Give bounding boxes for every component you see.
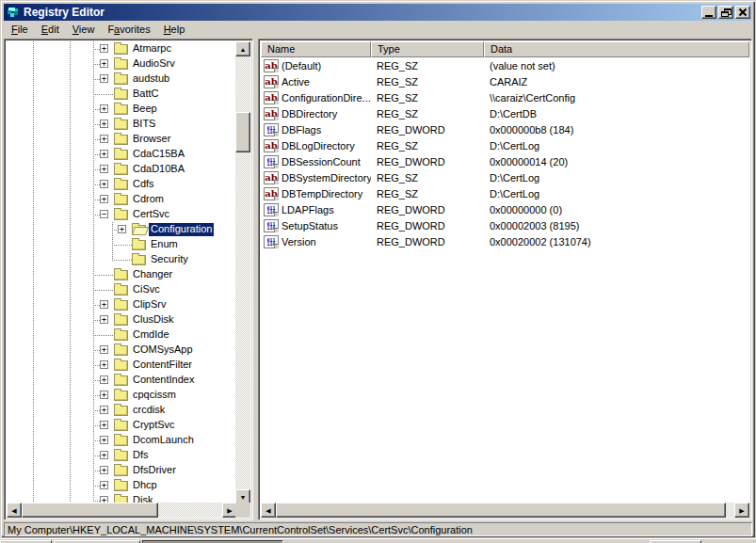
expand-box-icon[interactable]: + xyxy=(100,104,108,113)
expand-box-icon[interactable]: + xyxy=(118,225,126,233)
tree-hscroll-track[interactable] xyxy=(22,503,222,518)
tree-item-dfs[interactable]: +Dfs xyxy=(7,448,237,463)
menu-item-help[interactable]: Help xyxy=(157,22,192,38)
folder-icon xyxy=(114,104,128,115)
menu-item-edit[interactable]: Edit xyxy=(35,22,66,38)
values-hscroll-thumb[interactable] xyxy=(276,503,726,518)
expand-box-icon[interactable]: + xyxy=(100,345,108,354)
registry-value-row-dbtempdirectory[interactable]: abDBTempDirectoryREG_SZD:\CertLog xyxy=(261,185,749,201)
tree-item-contentindex[interactable]: +ContentIndex xyxy=(7,373,237,388)
tree-item-crcdisk[interactable]: +crcdisk xyxy=(7,403,237,418)
expand-box-icon[interactable]: + xyxy=(100,165,108,173)
expand-box-icon[interactable]: + xyxy=(100,451,108,459)
value-data-cell: CARAIZ xyxy=(484,76,749,88)
tree-item-configuration[interactable]: +Configuration xyxy=(7,222,237,237)
registry-value-row-dblogdirectory[interactable]: abDBLogDirectoryREG_SZD:\CertLog xyxy=(261,137,749,153)
tree-vscroll-thumb[interactable] xyxy=(235,112,250,152)
tree-item-beep[interactable]: +Beep xyxy=(7,102,237,117)
expand-box-icon[interactable]: + xyxy=(100,421,108,429)
tree-item-cmdide[interactable]: CmdIde xyxy=(7,327,237,343)
tree-vertical-scrollbar[interactable]: ▲ ▼ xyxy=(235,41,250,504)
expand-box-icon[interactable]: + xyxy=(100,59,108,68)
expand-box-icon[interactable]: + xyxy=(100,150,108,158)
registry-values-pane: NameTypeData ab(Default)REG_SZ(value not… xyxy=(258,39,752,520)
value-data-cell: 0x00000014 (20) xyxy=(484,156,749,168)
minimize-button[interactable] xyxy=(701,6,716,19)
expand-box-icon[interactable]: + xyxy=(100,406,108,414)
registry-value-row-dbflags[interactable]: 011110DBFlagsREG_DWORD0x000000b8 (184) xyxy=(261,121,749,137)
tree-item-clusdisk[interactable]: +ClusDisk xyxy=(7,312,237,327)
folder-icon xyxy=(114,481,128,491)
expand-box-icon[interactable]: + xyxy=(100,74,108,83)
tree-connector-line xyxy=(93,275,114,276)
expand-box-icon[interactable]: + xyxy=(100,135,108,143)
tree-item-battc[interactable]: BattC xyxy=(7,87,237,102)
restore-button[interactable] xyxy=(718,6,733,19)
tree-item-contentfilter[interactable]: +ContentFilter xyxy=(7,358,237,373)
tree-item-bits[interactable]: +BITS xyxy=(7,117,237,132)
expand-box-icon[interactable]: + xyxy=(100,44,108,53)
tree-item-cryptsvc[interactable]: +CryptSvc xyxy=(7,418,237,433)
folder-icon xyxy=(114,375,128,386)
tree-item-audstub[interactable]: +audstub xyxy=(7,72,237,87)
tree-item-dhcp[interactable]: +Dhcp xyxy=(7,478,237,493)
tree-item-cdrom[interactable]: +Cdrom xyxy=(7,192,237,207)
expand-box-icon[interactable]: + xyxy=(100,436,108,444)
tree-item-dcomlaunch[interactable]: +DcomLaunch xyxy=(7,433,237,448)
menu-item-favorites[interactable]: Favorites xyxy=(101,22,156,38)
tree-item-changer[interactable]: Changer xyxy=(7,267,237,282)
tree-item-security[interactable]: Security xyxy=(7,252,237,267)
tree-item-cdfs[interactable]: +Cdfs xyxy=(7,177,237,192)
menu-item-file[interactable]: File xyxy=(5,22,35,38)
tree-horizontal-scrollbar[interactable]: ◀ ▶ xyxy=(7,503,237,518)
value-type-cell: REG_DWORD xyxy=(371,220,484,232)
scroll-up-icon[interactable]: ▲ xyxy=(235,41,250,56)
menu-item-view[interactable]: View xyxy=(66,22,102,38)
tree-hscroll-thumb[interactable] xyxy=(22,503,158,518)
scroll-right-icon[interactable]: ▶ xyxy=(734,503,749,518)
registry-value-row-version[interactable]: 011110VersionREG_DWORD0x00020002 (131074… xyxy=(261,233,749,249)
expand-box-icon[interactable]: + xyxy=(100,315,108,324)
tree-item-enum[interactable]: Enum xyxy=(7,237,237,252)
tree-item-audiosrv[interactable]: +AudioSrv xyxy=(7,56,237,72)
collapse-box-icon[interactable]: − xyxy=(100,210,108,218)
tree-item-browser[interactable]: +Browser xyxy=(7,132,237,147)
registry-value-row-active[interactable]: abActiveREG_SZCARAIZ xyxy=(261,73,749,89)
tree-item-cisvc[interactable]: CiSvc xyxy=(7,282,237,297)
tree-item-dfsdriver[interactable]: +DfsDriver xyxy=(7,463,237,478)
tree-item-atmarpc[interactable]: +Atmarpc xyxy=(7,41,237,56)
expand-box-icon[interactable]: + xyxy=(100,375,108,384)
tree-item-comsysapp[interactable]: +COMSysApp xyxy=(7,343,237,358)
registry-value-row-dbsessioncount[interactable]: 011110DBSessionCountREG_DWORD0x00000014 … xyxy=(261,153,749,169)
tree-item-certsvc[interactable]: −CertSvc xyxy=(7,207,237,222)
titlebar[interactable]: Registry Editor xyxy=(4,4,752,21)
values-horizontal-scrollbar[interactable]: ◀ ▶ xyxy=(261,503,749,518)
expand-box-icon[interactable]: + xyxy=(100,180,108,188)
column-header-data[interactable]: Data xyxy=(484,41,749,57)
expand-box-icon[interactable]: + xyxy=(100,391,108,399)
registry-value-row-dbdirectory[interactable]: abDBDirectoryREG_SZD:\CertDB xyxy=(261,105,749,121)
expand-box-icon[interactable]: + xyxy=(100,360,108,369)
tree-item-cdac15ba[interactable]: +CdaC15BA xyxy=(7,147,237,162)
column-header-type[interactable]: Type xyxy=(371,41,484,57)
tree-vscroll-track[interactable] xyxy=(235,56,250,489)
registry-value-row-setupstatus[interactable]: 011110SetupStatusREG_DWORD0x00002003 (81… xyxy=(261,217,749,233)
tree-item-clipsrv[interactable]: +ClipSrv xyxy=(7,297,237,312)
column-header-name[interactable]: Name xyxy=(261,41,371,57)
registry-value-row-ldapflags[interactable]: 011110LDAPFlagsREG_DWORD0x00000000 (0) xyxy=(261,201,749,217)
close-button[interactable] xyxy=(735,6,750,19)
tree-item-cdad10ba[interactable]: +CdaD10BA xyxy=(7,162,237,177)
values-hscroll-track[interactable] xyxy=(276,503,734,518)
tree-item-cpqcissm[interactable]: +cpqcissm xyxy=(7,388,237,403)
registry-value-row-configurationdire[interactable]: abConfigurationDire...REG_SZ\\caraiz\Cer… xyxy=(261,89,749,105)
registry-value-row-default[interactable]: ab(Default)REG_SZ(value not set) xyxy=(261,57,749,73)
expand-box-icon[interactable]: + xyxy=(100,300,108,309)
expand-box-icon[interactable]: + xyxy=(100,481,108,489)
expand-box-icon[interactable]: + xyxy=(100,120,108,128)
scroll-left-icon[interactable]: ◀ xyxy=(7,503,22,518)
expand-box-icon[interactable]: + xyxy=(100,466,108,474)
registry-value-row-dbsystemdirectory[interactable]: abDBSystemDirectoryREG_SZD:\CertLog xyxy=(261,169,749,185)
value-type-cell: REG_DWORD xyxy=(371,156,484,168)
scroll-left-icon[interactable]: ◀ xyxy=(261,503,276,518)
expand-box-icon[interactable]: + xyxy=(100,195,108,203)
